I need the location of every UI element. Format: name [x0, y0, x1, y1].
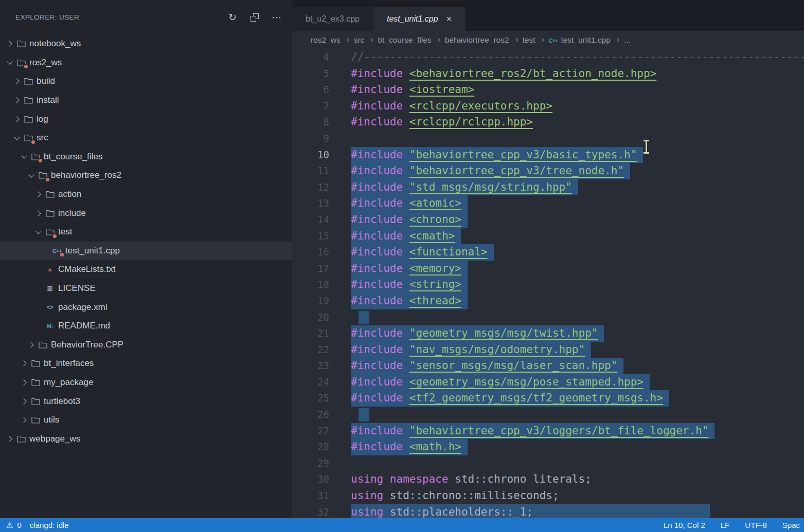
indentation-indicator[interactable]: Spac [782, 521, 800, 529]
selection-highlight: #include <math.h> [351, 439, 468, 455]
chevron-right-icon[interactable] [12, 72, 22, 91]
code-line-6[interactable]: 6#include <iostream> [292, 82, 804, 98]
tab-bar: bt_u2_ex3.cpptest_unit1.cpp× [292, 0, 804, 31]
code-line-12[interactable]: 12#include "std_msgs/msg/string.hpp" [292, 179, 804, 196]
chevron-right-icon[interactable] [12, 91, 22, 110]
refresh-icon[interactable]: ↻ [227, 11, 238, 23]
code-line-32[interactable]: 32using std::placeholders::_1; [292, 504, 804, 518]
collapse-folders-icon[interactable] [251, 13, 259, 22]
code-line-21[interactable]: 21#include "geometry_msgs/msg/twist.hpp" [292, 325, 804, 342]
tree-item-webpage_ws[interactable]: webpage_ws [0, 429, 292, 448]
code-line-14[interactable]: 14#include <chrono> [292, 212, 804, 228]
code-line-10[interactable]: 10#include "behaviortree_cpp_v3/basic_ty… [292, 147, 804, 163]
tree-item-notebook_ws[interactable]: notebook_ws [0, 34, 292, 53]
code-line-8[interactable]: 8#include <rclcpp/rclcpp.hpp> [292, 114, 804, 131]
tree-item-bt_interfaces[interactable]: bt_interfaces [0, 354, 292, 373]
chevron-right-icon[interactable] [20, 411, 29, 430]
code-line-7[interactable]: 7#include <rclcpp/executors.hpp> [292, 98, 804, 115]
tree-item-utils[interactable]: utils [0, 411, 292, 430]
selection-highlight: #include "nav_msgs/msg/odometry.hpp" [351, 342, 591, 358]
code-line-5[interactable]: 5#include <behaviortree_ros2/bt_action_n… [292, 66, 804, 82]
tree-item-label: log [37, 114, 48, 124]
breadcrumb-label: test [523, 35, 535, 44]
chevron-down-icon[interactable] [34, 223, 43, 242]
chevron-down-icon[interactable] [20, 148, 29, 167]
code-line-20[interactable]: 20 [292, 309, 804, 326]
breadcrumb-item-src[interactable]: src [354, 35, 365, 45]
chevron-right-icon[interactable] [20, 354, 29, 373]
tree-item-turtlebot3[interactable]: turtlebot3 [0, 392, 292, 411]
tree-item-log[interactable]: log [0, 109, 292, 129]
tab-test_unit1.cpp[interactable]: test_unit1.cpp× [373, 7, 466, 31]
encoding-indicator[interactable]: UTF-8 [745, 521, 767, 529]
chevron-right-icon[interactable] [20, 392, 29, 411]
tree-item-behaviortree_ros2[interactable]: behaviortree_ros2 [0, 166, 292, 185]
chevron-right-icon[interactable] [5, 34, 14, 53]
language-server-status[interactable]: clangd: idle [30, 521, 69, 529]
problems-indicator[interactable]: ⚠ 0 [6, 521, 22, 530]
tree-item-my_package[interactable]: my_package [0, 373, 292, 392]
code-line-26[interactable]: 26 [292, 407, 804, 423]
breadcrumb-item-ros2_ws[interactable]: ros2_ws [311, 35, 341, 45]
breadcrumb-item-test[interactable]: test [523, 35, 535, 45]
license-file-icon: ≣ [43, 279, 57, 298]
line-number: 30 [292, 471, 329, 488]
code-line-13[interactable]: 13#include <atomic> [292, 195, 804, 212]
code-editor[interactable]: 4//-------------------------------------… [292, 49, 804, 518]
tree-item-CMakeLists.txt[interactable]: ▲CMakeLists.txt [0, 260, 292, 279]
breadcrumb-item-...[interactable]: ... [624, 35, 631, 45]
close-tab-icon[interactable]: × [446, 14, 452, 24]
code-line-24[interactable]: 24#include <geometry_msgs/msg/pose_stamp… [292, 374, 804, 391]
code-line-18[interactable]: 18#include <string> [292, 277, 804, 293]
code-line-22[interactable]: 22#include "nav_msgs/msg/odometry.hpp" [292, 342, 804, 358]
tree-item-src[interactable]: src [0, 129, 292, 148]
line-number: 5 [292, 66, 329, 82]
code-line-27[interactable]: 27#include "behaviortree_cpp_v3/loggers/… [292, 423, 804, 439]
code-line-9[interactable]: 9 [292, 131, 804, 147]
code-text: #include <functional> [351, 244, 494, 261]
chevron-right-icon[interactable] [34, 185, 43, 204]
tree-item-bt_course_files[interactable]: bt_course_files [0, 148, 292, 167]
code-line-19[interactable]: 19#include <thread> [292, 293, 804, 309]
tree-item-test_unit1.cpp[interactable]: C++test_unit1.cpp [0, 242, 292, 261]
code-line-29[interactable]: 29 [292, 455, 804, 472]
code-line-15[interactable]: 15#include <cmath> [292, 228, 804, 245]
tree-item-label: ros2_ws [29, 58, 62, 68]
code-line-28[interactable]: 28#include <math.h> [292, 439, 804, 455]
chevron-right-icon[interactable] [12, 109, 22, 129]
tree-item-include[interactable]: include [0, 204, 292, 223]
code-line-16[interactable]: 16#include <functional> [292, 244, 804, 261]
code-line-30[interactable]: 30using namespace std::chrono_literals; [292, 471, 804, 488]
breadcrumb-item-bt_course_files[interactable]: bt_course_files [378, 35, 431, 45]
breadcrumb-item-test_unit1.cpp[interactable]: C++test_unit1.cpp [549, 35, 611, 45]
chevron-right-icon[interactable] [20, 373, 29, 392]
tree-item-LICENSE[interactable]: ≣LICENSE [0, 279, 292, 298]
chevron-down-icon[interactable] [27, 166, 36, 185]
tree-item-action[interactable]: action [0, 185, 292, 204]
chevron-right-icon[interactable] [34, 204, 43, 223]
chevron-right-icon[interactable] [5, 429, 14, 448]
code-line-25[interactable]: 25#include <tf2_geometry_msgs/tf2_geomet… [292, 390, 804, 407]
eol-indicator[interactable]: LF [721, 521, 730, 529]
tree-item-build[interactable]: build [0, 72, 292, 91]
tree-item-install[interactable]: install [0, 91, 292, 110]
tree-item-BehaviorTree.CPP[interactable]: BehaviorTree.CPP [0, 336, 292, 355]
folder-icon [14, 429, 28, 448]
code-line-31[interactable]: 31using std::chrono::milliseconds; [292, 488, 804, 504]
tree-item-README.md[interactable]: M↓README.md [0, 317, 292, 336]
tree-item-test[interactable]: test [0, 223, 292, 242]
chevron-down-icon[interactable] [12, 129, 22, 148]
breadcrumb-item-behaviortree_ros2[interactable]: behaviortree_ros2 [445, 35, 509, 45]
breadcrumb: ros2_wssrcbt_course_filesbehaviortree_ro… [292, 31, 804, 49]
code-line-23[interactable]: 23#include "sensor_msgs/msg/laser_scan.h… [292, 358, 804, 374]
tab-bt_u2_ex3.cpp[interactable]: bt_u2_ex3.cpp [292, 7, 373, 31]
tree-item-package.xml[interactable]: <>package.xml [0, 298, 292, 317]
code-line-4[interactable]: 4//-------------------------------------… [292, 49, 804, 66]
code-line-11[interactable]: 11#include "behaviortree_cpp_v3/tree_nod… [292, 163, 804, 179]
chevron-down-icon[interactable] [5, 53, 14, 72]
tree-item-ros2_ws[interactable]: ros2_ws [0, 53, 292, 72]
cursor-position[interactable]: Ln 10, Col 2 [664, 521, 705, 529]
chevron-right-icon[interactable] [27, 336, 36, 355]
more-actions-icon[interactable]: ⋯ [271, 11, 282, 23]
code-line-17[interactable]: 17#include <memory> [292, 261, 804, 277]
